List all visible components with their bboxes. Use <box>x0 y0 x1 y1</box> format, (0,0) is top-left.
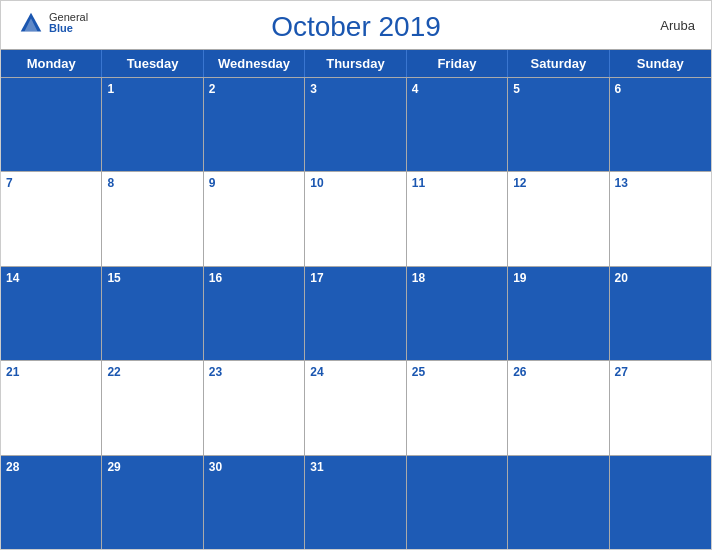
day-cell-15: 15 <box>102 267 203 360</box>
day-cell-11: 11 <box>407 172 508 265</box>
calendar-header: General Blue October 2019 Aruba <box>1 1 711 49</box>
day-cell-31: 31 <box>305 456 406 549</box>
day-cell-1: 1 <box>102 78 203 171</box>
day-cell-21: 21 <box>1 361 102 454</box>
day-cell-empty <box>508 456 609 549</box>
day-number: 3 <box>310 82 317 96</box>
day-number: 21 <box>6 365 19 379</box>
day-number: 29 <box>107 460 120 474</box>
day-number: 2 <box>209 82 216 96</box>
day-header-saturday: Saturday <box>508 50 609 77</box>
day-number: 8 <box>107 176 114 190</box>
day-number: 15 <box>107 271 120 285</box>
day-cell-13: 13 <box>610 172 711 265</box>
day-number: 17 <box>310 271 323 285</box>
logo-icon <box>17 9 45 37</box>
weeks-container: 1234567891011121314151617181920212223242… <box>1 77 711 549</box>
day-cell-empty <box>407 456 508 549</box>
logo-text: General Blue <box>49 12 88 34</box>
day-number: 6 <box>615 82 622 96</box>
day-headers: MondayTuesdayWednesdayThursdayFridaySatu… <box>1 50 711 77</box>
day-cell-9: 9 <box>204 172 305 265</box>
week-row-3: 14151617181920 <box>1 266 711 360</box>
week-row-4: 21222324252627 <box>1 360 711 454</box>
day-number: 4 <box>412 82 419 96</box>
day-cell-24: 24 <box>305 361 406 454</box>
day-cell-10: 10 <box>305 172 406 265</box>
day-header-friday: Friday <box>407 50 508 77</box>
day-cell-2: 2 <box>204 78 305 171</box>
day-number: 7 <box>6 176 13 190</box>
logo-blue: Blue <box>49 23 88 34</box>
calendar: General Blue October 2019 Aruba MondayTu… <box>0 0 712 550</box>
day-number: 11 <box>412 176 425 190</box>
day-cell-5: 5 <box>508 78 609 171</box>
day-header-monday: Monday <box>1 50 102 77</box>
day-number: 16 <box>209 271 222 285</box>
day-cell-empty <box>1 78 102 171</box>
day-header-tuesday: Tuesday <box>102 50 203 77</box>
day-cell-4: 4 <box>407 78 508 171</box>
day-number: 13 <box>615 176 628 190</box>
day-cell-20: 20 <box>610 267 711 360</box>
day-cell-19: 19 <box>508 267 609 360</box>
day-number: 18 <box>412 271 425 285</box>
week-row-2: 78910111213 <box>1 171 711 265</box>
day-number: 14 <box>6 271 19 285</box>
day-number: 31 <box>310 460 323 474</box>
day-cell-23: 23 <box>204 361 305 454</box>
day-number: 23 <box>209 365 222 379</box>
day-cell-16: 16 <box>204 267 305 360</box>
day-number: 30 <box>209 460 222 474</box>
week-row-5: 28293031 <box>1 455 711 549</box>
day-number: 27 <box>615 365 628 379</box>
day-cell-29: 29 <box>102 456 203 549</box>
day-cell-28: 28 <box>1 456 102 549</box>
logo: General Blue <box>17 9 88 37</box>
day-number: 9 <box>209 176 216 190</box>
day-header-sunday: Sunday <box>610 50 711 77</box>
day-cell-27: 27 <box>610 361 711 454</box>
day-header-wednesday: Wednesday <box>204 50 305 77</box>
day-number: 1 <box>107 82 114 96</box>
day-cell-7: 7 <box>1 172 102 265</box>
day-cell-26: 26 <box>508 361 609 454</box>
day-number: 19 <box>513 271 526 285</box>
day-cell-empty <box>610 456 711 549</box>
day-number: 10 <box>310 176 323 190</box>
day-number: 24 <box>310 365 323 379</box>
day-cell-6: 6 <box>610 78 711 171</box>
day-number: 28 <box>6 460 19 474</box>
day-cell-17: 17 <box>305 267 406 360</box>
month-title: October 2019 <box>271 11 441 43</box>
calendar-grid: MondayTuesdayWednesdayThursdayFridaySatu… <box>1 49 711 549</box>
day-number: 26 <box>513 365 526 379</box>
day-cell-3: 3 <box>305 78 406 171</box>
day-number: 5 <box>513 82 520 96</box>
day-number: 25 <box>412 365 425 379</box>
country-label: Aruba <box>660 18 695 33</box>
day-cell-12: 12 <box>508 172 609 265</box>
week-row-1: 123456 <box>1 77 711 171</box>
day-cell-14: 14 <box>1 267 102 360</box>
day-cell-22: 22 <box>102 361 203 454</box>
day-header-thursday: Thursday <box>305 50 406 77</box>
day-cell-8: 8 <box>102 172 203 265</box>
day-cell-25: 25 <box>407 361 508 454</box>
day-number: 12 <box>513 176 526 190</box>
day-cell-18: 18 <box>407 267 508 360</box>
day-number: 20 <box>615 271 628 285</box>
day-number: 22 <box>107 365 120 379</box>
day-cell-30: 30 <box>204 456 305 549</box>
